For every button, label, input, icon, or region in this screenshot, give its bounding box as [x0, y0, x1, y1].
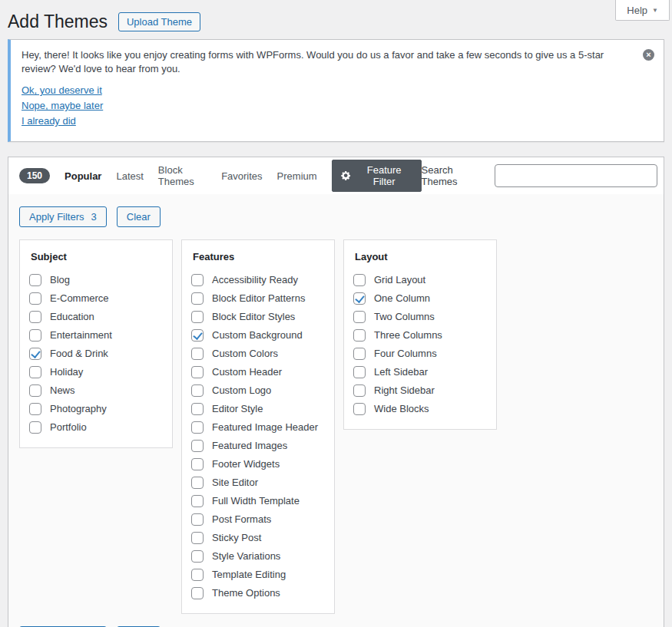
checkbox-unchecked[interactable] — [191, 366, 204, 378]
checkbox-unchecked[interactable] — [353, 329, 366, 342]
filter-option-four-columns[interactable]: Four Columns — [353, 348, 487, 360]
search-themes-input[interactable] — [495, 164, 657, 187]
checkbox-unchecked[interactable] — [191, 550, 204, 563]
filter-option-food-drink[interactable]: Food & Drink — [29, 348, 163, 360]
filter-option-portfolio[interactable]: Portfolio — [29, 421, 163, 434]
checkbox-unchecked[interactable] — [191, 274, 204, 286]
filter-option-left-sidebar[interactable]: Left Sidebar — [353, 366, 487, 378]
filter-option-two-columns[interactable]: Two Columns — [353, 311, 487, 323]
checkbox-unchecked[interactable] — [29, 329, 41, 342]
filter-option-block-editor-styles[interactable]: Block Editor Styles — [191, 311, 325, 323]
filter-option-holiday[interactable]: Holiday — [29, 366, 163, 378]
tab-block-themes[interactable]: Block Themes — [158, 164, 207, 187]
notice-link-later[interactable]: Nope, maybe later — [22, 100, 625, 111]
help-label: Help — [627, 5, 647, 16]
filter-option-right-sidebar[interactable]: Right Sidebar — [353, 384, 487, 397]
filter-option-one-column[interactable]: One Column — [353, 292, 487, 305]
filter-option-custom-logo[interactable]: Custom Logo — [191, 384, 325, 397]
filter-option-post-formats[interactable]: Post Formats — [191, 513, 325, 526]
checkbox-unchecked[interactable] — [191, 292, 204, 305]
filter-option-label: One Column — [374, 292, 430, 305]
filter-option-block-editor-patterns[interactable]: Block Editor Patterns — [191, 292, 325, 305]
checkbox-unchecked[interactable] — [29, 292, 41, 305]
filter-option-label: Theme Options — [212, 587, 280, 599]
chevron-down-icon: ▼ — [652, 7, 658, 14]
filter-option-label: Sticky Post — [212, 532, 261, 544]
filter-option-e-commerce[interactable]: E-Commerce — [29, 292, 163, 305]
clear-filters-button-top[interactable]: Clear — [117, 206, 161, 227]
checkbox-unchecked[interactable] — [191, 477, 204, 489]
checkbox-unchecked[interactable] — [191, 513, 204, 526]
feature-filter-button[interactable]: Feature Filter — [332, 160, 422, 192]
apply-filters-button-top[interactable]: Apply Filters3 — [19, 206, 107, 227]
filter-option-theme-options[interactable]: Theme Options — [191, 587, 325, 599]
tab-premium[interactable]: Premium — [277, 170, 317, 182]
filter-option-label: Education — [50, 311, 94, 323]
filter-option-label: Custom Background — [212, 329, 303, 342]
filter-option-sticky-post[interactable]: Sticky Post — [191, 532, 325, 544]
checkbox-unchecked[interactable] — [353, 311, 366, 323]
checkbox-unchecked[interactable] — [191, 311, 204, 323]
checkbox-unchecked[interactable] — [29, 421, 41, 434]
notice-link-already[interactable]: I already did — [22, 115, 625, 127]
checkbox-unchecked[interactable] — [29, 274, 41, 286]
checkbox-unchecked[interactable] — [191, 421, 204, 434]
checkbox-unchecked[interactable] — [191, 495, 204, 507]
tab-favorites[interactable]: Favorites — [221, 170, 262, 182]
tab-latest[interactable]: Latest — [116, 170, 143, 182]
checkbox-unchecked[interactable] — [191, 532, 204, 544]
filter-option-template-editing[interactable]: Template Editing — [191, 569, 325, 581]
checkbox-checked[interactable] — [29, 348, 41, 360]
checkbox-unchecked[interactable] — [353, 348, 366, 360]
theme-count-badge: 150 — [19, 168, 50, 183]
filter-option-blog[interactable]: Blog — [29, 274, 163, 286]
filter-option-custom-header[interactable]: Custom Header — [191, 366, 325, 378]
filter-option-label: Block Editor Styles — [212, 311, 295, 323]
filter-option-full-width-template[interactable]: Full Width Template — [191, 495, 325, 507]
apply-filters-count: 3 — [91, 211, 97, 223]
filter-groups: SubjectBlogE-CommerceEducationEntertainm… — [19, 239, 653, 614]
filter-option-editor-style[interactable]: Editor Style — [191, 403, 325, 415]
filter-option-custom-background[interactable]: Custom Background — [191, 329, 325, 342]
filter-option-photography[interactable]: Photography — [29, 403, 163, 415]
checkbox-unchecked[interactable] — [353, 384, 366, 397]
checkbox-unchecked[interactable] — [29, 384, 41, 397]
checkbox-unchecked[interactable] — [29, 403, 41, 415]
filter-option-three-columns[interactable]: Three Columns — [353, 329, 487, 342]
checkbox-unchecked[interactable] — [29, 311, 41, 323]
checkbox-unchecked[interactable] — [191, 384, 204, 397]
filter-group-title: Subject — [31, 251, 163, 262]
filter-option-custom-colors[interactable]: Custom Colors — [191, 348, 325, 360]
dismiss-notice-button[interactable]: × — [643, 49, 654, 61]
filter-option-news[interactable]: News — [29, 384, 163, 397]
checkbox-unchecked[interactable] — [353, 274, 366, 286]
notice-link-ok[interactable]: Ok, you deserve it — [22, 84, 625, 96]
filter-option-featured-images[interactable]: Featured Images — [191, 440, 325, 452]
checkbox-checked[interactable] — [191, 329, 204, 342]
tab-popular[interactable]: Popular — [65, 170, 101, 182]
filter-option-entertainment[interactable]: Entertainment — [29, 329, 163, 342]
filter-option-featured-image-header[interactable]: Featured Image Header — [191, 421, 325, 434]
filter-option-wide-blocks[interactable]: Wide Blocks — [353, 403, 487, 415]
filter-option-education[interactable]: Education — [29, 311, 163, 323]
checkbox-unchecked[interactable] — [29, 366, 41, 378]
upload-theme-button[interactable]: Upload Theme — [118, 12, 200, 31]
checkbox-unchecked[interactable] — [353, 403, 366, 415]
filter-option-accessibility-ready[interactable]: Accessibility Ready — [191, 274, 325, 286]
filter-option-style-variations[interactable]: Style Variations — [191, 550, 325, 563]
filter-option-label: Accessibility Ready — [212, 274, 298, 286]
filter-option-site-editor[interactable]: Site Editor — [191, 477, 325, 489]
filter-option-label: Template Editing — [212, 569, 286, 581]
checkbox-checked[interactable] — [353, 292, 366, 305]
checkbox-unchecked[interactable] — [191, 587, 204, 599]
checkbox-unchecked[interactable] — [191, 569, 204, 581]
checkbox-unchecked[interactable] — [191, 403, 204, 415]
checkbox-unchecked[interactable] — [191, 440, 204, 452]
checkbox-unchecked[interactable] — [353, 366, 366, 378]
checkbox-unchecked[interactable] — [191, 348, 204, 360]
filter-option-label: News — [50, 384, 75, 397]
checkbox-unchecked[interactable] — [191, 458, 204, 470]
filter-option-grid-layout[interactable]: Grid Layout — [353, 274, 487, 286]
help-button[interactable]: Help ▼ — [615, 0, 670, 21]
filter-option-footer-widgets[interactable]: Footer Widgets — [191, 458, 325, 470]
